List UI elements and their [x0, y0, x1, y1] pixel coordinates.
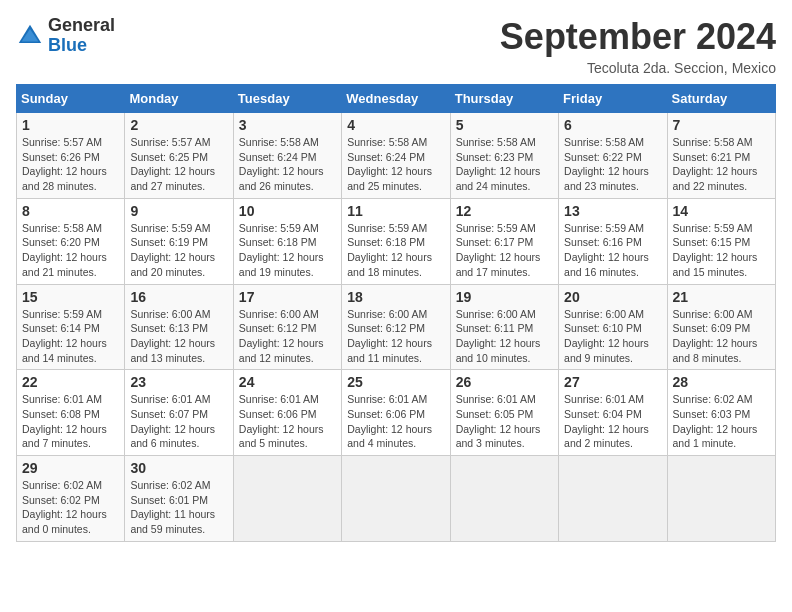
day-cell-30: 30Sunrise: 6:02 AMSunset: 6:01 PMDayligh… — [125, 456, 233, 542]
day-cell-8: 8Sunrise: 5:58 AMSunset: 6:20 PMDaylight… — [17, 198, 125, 284]
day-info-27: Sunrise: 6:01 AMSunset: 6:04 PMDaylight:… — [564, 392, 661, 451]
day-cell-20: 20Sunrise: 6:00 AMSunset: 6:10 PMDayligh… — [559, 284, 667, 370]
day-number-18: 18 — [347, 289, 444, 305]
day-cell-5: 5Sunrise: 5:58 AMSunset: 6:23 PMDaylight… — [450, 113, 558, 199]
day-info-22: Sunrise: 6:01 AMSunset: 6:08 PMDaylight:… — [22, 392, 119, 451]
day-number-14: 14 — [673, 203, 770, 219]
day-number-28: 28 — [673, 374, 770, 390]
calendar-thead: Sunday Monday Tuesday Wednesday Thursday… — [17, 85, 776, 113]
day-cell-22: 22Sunrise: 6:01 AMSunset: 6:08 PMDayligh… — [17, 370, 125, 456]
page-container: General Blue September 2024 Tecoluta 2da… — [16, 16, 776, 542]
day-number-26: 26 — [456, 374, 553, 390]
day-cell-12: 12Sunrise: 5:59 AMSunset: 6:17 PMDayligh… — [450, 198, 558, 284]
day-number-25: 25 — [347, 374, 444, 390]
day-cell-26: 26Sunrise: 6:01 AMSunset: 6:05 PMDayligh… — [450, 370, 558, 456]
empty-cell — [233, 456, 341, 542]
day-cell-23: 23Sunrise: 6:01 AMSunset: 6:07 PMDayligh… — [125, 370, 233, 456]
calendar-week-4: 29Sunrise: 6:02 AMSunset: 6:02 PMDayligh… — [17, 456, 776, 542]
day-number-17: 17 — [239, 289, 336, 305]
day-number-2: 2 — [130, 117, 227, 133]
logo-blue: Blue — [48, 35, 87, 55]
day-info-20: Sunrise: 6:00 AMSunset: 6:10 PMDaylight:… — [564, 307, 661, 366]
day-number-24: 24 — [239, 374, 336, 390]
day-cell-27: 27Sunrise: 6:01 AMSunset: 6:04 PMDayligh… — [559, 370, 667, 456]
day-info-25: Sunrise: 6:01 AMSunset: 6:06 PMDaylight:… — [347, 392, 444, 451]
day-cell-16: 16Sunrise: 6:00 AMSunset: 6:13 PMDayligh… — [125, 284, 233, 370]
weekday-header-row: Sunday Monday Tuesday Wednesday Thursday… — [17, 85, 776, 113]
calendar-title: September 2024 — [500, 16, 776, 58]
empty-cell — [559, 456, 667, 542]
th-friday: Friday — [559, 85, 667, 113]
day-number-4: 4 — [347, 117, 444, 133]
day-cell-6: 6Sunrise: 5:58 AMSunset: 6:22 PMDaylight… — [559, 113, 667, 199]
th-wednesday: Wednesday — [342, 85, 450, 113]
day-cell-3: 3Sunrise: 5:58 AMSunset: 6:24 PMDaylight… — [233, 113, 341, 199]
day-info-26: Sunrise: 6:01 AMSunset: 6:05 PMDaylight:… — [456, 392, 553, 451]
empty-cell — [667, 456, 775, 542]
day-info-9: Sunrise: 5:59 AMSunset: 6:19 PMDaylight:… — [130, 221, 227, 280]
day-info-6: Sunrise: 5:58 AMSunset: 6:22 PMDaylight:… — [564, 135, 661, 194]
day-info-5: Sunrise: 5:58 AMSunset: 6:23 PMDaylight:… — [456, 135, 553, 194]
day-info-1: Sunrise: 5:57 AMSunset: 6:26 PMDaylight:… — [22, 135, 119, 194]
day-info-15: Sunrise: 5:59 AMSunset: 6:14 PMDaylight:… — [22, 307, 119, 366]
day-info-24: Sunrise: 6:01 AMSunset: 6:06 PMDaylight:… — [239, 392, 336, 451]
day-info-23: Sunrise: 6:01 AMSunset: 6:07 PMDaylight:… — [130, 392, 227, 451]
day-info-12: Sunrise: 5:59 AMSunset: 6:17 PMDaylight:… — [456, 221, 553, 280]
day-info-8: Sunrise: 5:58 AMSunset: 6:20 PMDaylight:… — [22, 221, 119, 280]
day-number-10: 10 — [239, 203, 336, 219]
day-number-12: 12 — [456, 203, 553, 219]
day-cell-10: 10Sunrise: 5:59 AMSunset: 6:18 PMDayligh… — [233, 198, 341, 284]
title-area: September 2024 Tecoluta 2da. Seccion, Me… — [500, 16, 776, 76]
day-cell-19: 19Sunrise: 6:00 AMSunset: 6:11 PMDayligh… — [450, 284, 558, 370]
day-number-8: 8 — [22, 203, 119, 219]
day-number-29: 29 — [22, 460, 119, 476]
day-number-16: 16 — [130, 289, 227, 305]
day-number-5: 5 — [456, 117, 553, 133]
day-cell-29: 29Sunrise: 6:02 AMSunset: 6:02 PMDayligh… — [17, 456, 125, 542]
day-cell-11: 11Sunrise: 5:59 AMSunset: 6:18 PMDayligh… — [342, 198, 450, 284]
th-monday: Monday — [125, 85, 233, 113]
calendar-subtitle: Tecoluta 2da. Seccion, Mexico — [500, 60, 776, 76]
day-cell-15: 15Sunrise: 5:59 AMSunset: 6:14 PMDayligh… — [17, 284, 125, 370]
day-cell-13: 13Sunrise: 5:59 AMSunset: 6:16 PMDayligh… — [559, 198, 667, 284]
th-thursday: Thursday — [450, 85, 558, 113]
empty-cell — [342, 456, 450, 542]
day-number-11: 11 — [347, 203, 444, 219]
logo-general: General — [48, 15, 115, 35]
logo-icon — [16, 22, 44, 50]
day-info-3: Sunrise: 5:58 AMSunset: 6:24 PMDaylight:… — [239, 135, 336, 194]
day-number-20: 20 — [564, 289, 661, 305]
day-cell-17: 17Sunrise: 6:00 AMSunset: 6:12 PMDayligh… — [233, 284, 341, 370]
day-number-23: 23 — [130, 374, 227, 390]
day-info-11: Sunrise: 5:59 AMSunset: 6:18 PMDaylight:… — [347, 221, 444, 280]
calendar-week-3: 22Sunrise: 6:01 AMSunset: 6:08 PMDayligh… — [17, 370, 776, 456]
day-info-4: Sunrise: 5:58 AMSunset: 6:24 PMDaylight:… — [347, 135, 444, 194]
day-cell-14: 14Sunrise: 5:59 AMSunset: 6:15 PMDayligh… — [667, 198, 775, 284]
day-info-16: Sunrise: 6:00 AMSunset: 6:13 PMDaylight:… — [130, 307, 227, 366]
day-info-7: Sunrise: 5:58 AMSunset: 6:21 PMDaylight:… — [673, 135, 770, 194]
day-number-6: 6 — [564, 117, 661, 133]
day-cell-18: 18Sunrise: 6:00 AMSunset: 6:12 PMDayligh… — [342, 284, 450, 370]
logo-text: General Blue — [48, 16, 115, 56]
day-cell-24: 24Sunrise: 6:01 AMSunset: 6:06 PMDayligh… — [233, 370, 341, 456]
th-tuesday: Tuesday — [233, 85, 341, 113]
day-cell-1: 1Sunrise: 5:57 AMSunset: 6:26 PMDaylight… — [17, 113, 125, 199]
day-number-21: 21 — [673, 289, 770, 305]
calendar-week-1: 8Sunrise: 5:58 AMSunset: 6:20 PMDaylight… — [17, 198, 776, 284]
day-cell-21: 21Sunrise: 6:00 AMSunset: 6:09 PMDayligh… — [667, 284, 775, 370]
day-info-19: Sunrise: 6:00 AMSunset: 6:11 PMDaylight:… — [456, 307, 553, 366]
day-number-9: 9 — [130, 203, 227, 219]
day-info-28: Sunrise: 6:02 AMSunset: 6:03 PMDaylight:… — [673, 392, 770, 451]
day-info-29: Sunrise: 6:02 AMSunset: 6:02 PMDaylight:… — [22, 478, 119, 537]
day-cell-7: 7Sunrise: 5:58 AMSunset: 6:21 PMDaylight… — [667, 113, 775, 199]
day-cell-4: 4Sunrise: 5:58 AMSunset: 6:24 PMDaylight… — [342, 113, 450, 199]
day-number-3: 3 — [239, 117, 336, 133]
day-number-13: 13 — [564, 203, 661, 219]
day-info-30: Sunrise: 6:02 AMSunset: 6:01 PMDaylight:… — [130, 478, 227, 537]
day-number-7: 7 — [673, 117, 770, 133]
day-cell-28: 28Sunrise: 6:02 AMSunset: 6:03 PMDayligh… — [667, 370, 775, 456]
calendar-week-2: 15Sunrise: 5:59 AMSunset: 6:14 PMDayligh… — [17, 284, 776, 370]
calendar-week-0: 1Sunrise: 5:57 AMSunset: 6:26 PMDaylight… — [17, 113, 776, 199]
day-cell-2: 2Sunrise: 5:57 AMSunset: 6:25 PMDaylight… — [125, 113, 233, 199]
day-info-10: Sunrise: 5:59 AMSunset: 6:18 PMDaylight:… — [239, 221, 336, 280]
